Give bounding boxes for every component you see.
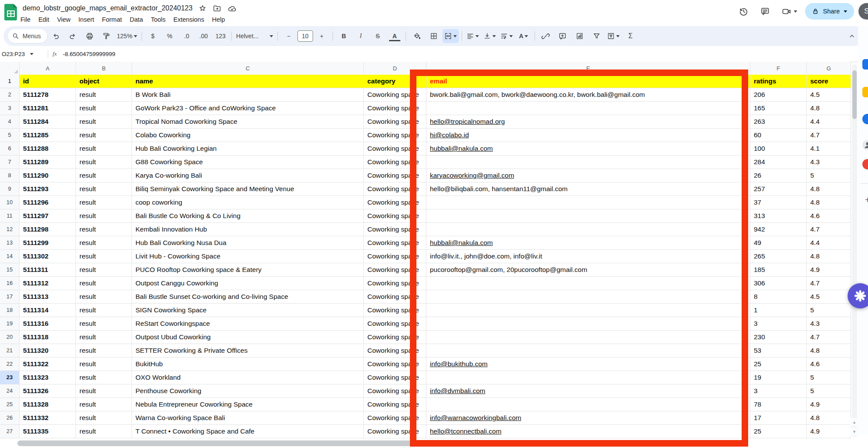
cell-id[interactable]: 5111323 [20,371,76,384]
tasks-icon[interactable] [862,114,868,124]
cell-email[interactable]: info@warnacoworkingbali.com [426,411,750,425]
row-number[interactable]: 4 [0,115,20,129]
cell-score[interactable]: 4.9 [807,425,851,438]
email-text[interactable]: info@bukithub.com [430,360,488,368]
cell-id[interactable]: 5111328 [20,398,76,411]
row-number[interactable]: 20 [0,331,20,344]
maps-icon[interactable] [862,159,868,169]
email-text[interactable]: hello@biliqbali.com, hansentan11@gmail.c… [430,185,568,192]
number-format-button[interactable]: 123 [212,29,229,43]
decrease-font-size-button[interactable]: − [281,29,297,43]
email-text[interactable]: hello@tconnectbali.com [430,427,502,435]
cell-category[interactable]: Coworking space [364,425,426,438]
document-title[interactable]: demo_lobstr_google_maps_email_extractor_… [23,4,192,12]
zoom-selector[interactable]: 125% [115,29,139,43]
cell-score[interactable]: 4.9 [807,263,851,277]
cell-id[interactable]: 5111296 [20,196,76,209]
cell-category[interactable]: Coworking space [364,290,426,304]
cell-email[interactable] [426,371,750,384]
cell-id[interactable]: 5111312 [20,277,76,290]
email-text[interactable]: hi@colabo.id [430,131,469,139]
cell-ratings[interactable]: 3 [750,317,807,331]
row-number[interactable]: 3 [0,102,20,115]
column-header-g[interactable]: G [807,62,851,75]
cell-id[interactable]: 5111293 [20,182,76,196]
email-text[interactable]: hello@tropicalnomad.org [430,118,505,125]
row-number[interactable]: 5 [0,129,20,142]
row-number[interactable]: 9 [0,182,20,196]
cell-ratings[interactable]: 257 [750,182,807,196]
row-number[interactable]: 16 [0,277,20,290]
row-number[interactable]: 18 [0,304,20,317]
email-text[interactable]: karyacoworking@gmail.com [430,172,514,179]
cell-category[interactable]: Coworking space [364,236,426,250]
email-text[interactable]: hubbali@nakula.com [430,239,493,246]
cell-email[interactable] [426,209,750,223]
format-percent-button[interactable]: % [162,29,178,43]
row-number[interactable]: 23 [0,371,20,384]
cell-score[interactable]: 4.3 [807,156,851,169]
increase-decimals-button[interactable]: .00 [195,29,212,43]
row-number[interactable]: 25 [0,398,20,411]
cell-name[interactable]: ReStart Coworkingspace [132,317,364,331]
row-number[interactable]: 22 [0,358,20,371]
cell-ratings[interactable]: 1 [750,304,807,317]
cell-score[interactable]: 4.4 [807,236,851,250]
cell-email[interactable]: hello@biliqbali.com, hansentan11@gmail.c… [426,182,750,196]
cell-email[interactable] [426,304,750,317]
cell-score[interactable]: 4.5 [807,290,851,304]
cell-object[interactable]: result [76,129,132,142]
column-header-c[interactable]: C [132,62,364,75]
cell-ratings[interactable]: 25 [750,358,807,371]
sheets-logo-icon[interactable] [4,3,17,21]
cell-name[interactable]: Colabo Coworking [132,129,364,142]
cell-ratings[interactable]: 19 [750,371,807,384]
cell-id[interactable]: 5111298 [20,223,76,236]
cell-name[interactable]: Nebula Entrepreneur Coworking Space [132,398,364,411]
vertical-scrollbar-thumb[interactable] [852,70,857,119]
horizontal-scrollbar-thumb[interactable] [17,440,735,446]
bold-button[interactable]: B [336,29,352,43]
cell-name[interactable]: Penthouse Coworking [132,384,364,398]
cell-name[interactable]: GoWork Park23 - Office and CoWorking Spa… [132,102,364,115]
cell-id[interactable]: 5111290 [20,169,76,182]
cell-email[interactable]: hi@colabo.id [426,129,750,142]
row-number[interactable]: 7 [0,156,20,169]
header-score[interactable]: score [807,75,851,88]
row-number[interactable]: 12 [0,223,20,236]
cell-name[interactable]: B Work Bali [132,88,364,102]
cell-object[interactable]: result [76,250,132,263]
insert-chart-button[interactable] [571,29,588,43]
cell-category[interactable]: Coworking space [364,156,426,169]
cell-category[interactable]: Coworking space [364,129,426,142]
cell-object[interactable]: result [76,290,132,304]
menus-search-button[interactable]: Menus [8,29,47,43]
cell-id[interactable]: 5111318 [20,331,76,344]
row-number[interactable]: 21 [0,344,20,358]
cell-score[interactable]: 5 [807,371,851,384]
fill-color-button[interactable] [409,29,425,43]
cell-score[interactable]: 4.8 [807,102,851,115]
cell-ratings[interactable]: 49 [750,236,807,250]
cell-category[interactable]: Coworking space [364,344,426,358]
email-text[interactable]: info@dvmbali.com [430,387,485,394]
cell-score[interactable]: 4.7 [807,129,851,142]
vertical-scrollbar[interactable] [852,64,857,437]
merge-cells-button[interactable] [442,29,459,43]
cell-ratings[interactable]: 17 [750,411,807,425]
star-icon[interactable] [198,4,207,13]
row-number[interactable]: 14 [0,250,20,263]
cell-ratings[interactable]: 8 [750,290,807,304]
row-number[interactable]: 13 [0,236,20,250]
cell-score[interactable]: 4.8 [807,411,851,425]
cell-ratings[interactable]: 100 [750,142,807,156]
cell-score[interactable]: 4.9 [807,398,851,411]
cell-name[interactable]: Karya Co-working Bali [132,169,364,182]
header-email[interactable]: email [426,75,750,88]
header-object[interactable]: object [76,75,132,88]
cell-email[interactable]: pucorooftop@gmail.com, 20pucorooftop@gma… [426,263,750,277]
email-text[interactable]: info@liv.it., john@doe.com, info@liv.it [430,252,542,260]
cell-object[interactable]: result [76,88,132,102]
cell-score[interactable]: 4.7 [807,277,851,290]
cell-ratings[interactable]: 306 [750,277,807,290]
